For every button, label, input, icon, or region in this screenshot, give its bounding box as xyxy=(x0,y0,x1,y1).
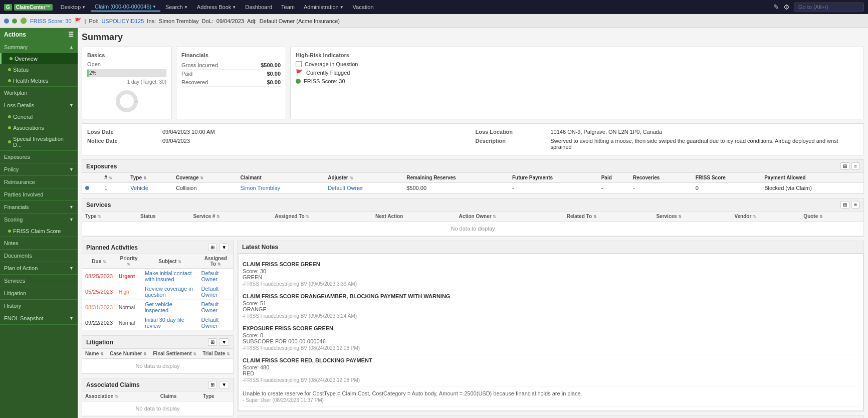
progress-bar-fill xyxy=(87,69,89,77)
loss-location-label: Loss Location xyxy=(476,129,546,135)
sidebar-parties-header[interactable]: Parties Involved xyxy=(0,188,78,200)
sidebar-actions-icon[interactable]: ☰ xyxy=(68,31,74,38)
sidebar-litigation-header[interactable]: Litigation xyxy=(0,287,78,299)
sidebar-scoring-header[interactable]: Scoring ▼ xyxy=(0,214,78,226)
pol-value[interactable]: USPOLICYID125 xyxy=(101,18,144,24)
planned-more-btn[interactable]: ▼ xyxy=(219,244,229,251)
services-grid-btn[interactable]: ⊞ xyxy=(840,201,849,208)
chevron-up-icon: ▲ xyxy=(69,45,74,50)
assoc-grid-btn[interactable]: ⊞ xyxy=(208,381,217,388)
exposures-header: Exposures ⊞ ≡ xyxy=(82,160,863,173)
row-friss: 0 xyxy=(693,183,761,193)
planned-grid-btn[interactable]: ⊞ xyxy=(208,244,217,251)
col-claims: Claims xyxy=(157,391,200,401)
nav-address-book[interactable]: Address Book ▼ xyxy=(193,3,240,11)
sidebar-exposures-header[interactable]: Exposures xyxy=(0,151,78,163)
nav-team[interactable]: Team xyxy=(277,3,299,11)
row-due: 05/25/2023 xyxy=(82,284,116,300)
settings-icon[interactable]: ⚙ xyxy=(783,3,790,11)
sidebar-fnol-header[interactable]: FNOL Snapshot ▼ xyxy=(0,312,78,324)
sidebar-policy-header[interactable]: Policy ▼ xyxy=(0,163,78,175)
sidebar-notes-header[interactable]: Notes xyxy=(0,237,78,249)
services-list-btn[interactable]: ≡ xyxy=(851,201,859,208)
col-remaining: Remaining Reserves xyxy=(403,173,509,183)
col-adjuster: Adjuster ⇅ xyxy=(325,173,403,183)
services-section: Services ⊞ ≡ Type ⇅ Status Service # ⇅ A… xyxy=(82,198,864,237)
nav-claim[interactable]: Claim (000-00-000046) ▼ xyxy=(91,3,160,12)
exposures-list-btn[interactable]: ≡ xyxy=(851,162,859,170)
note-score: Score: 0 xyxy=(243,332,859,338)
sidebar-item-status[interactable]: Status xyxy=(0,64,78,75)
basics-card: Basics Open 2% 1 day (Target: 30) xyxy=(82,47,172,119)
sidebar-section-loss-details: Loss Details ▼ General Associations Spec… xyxy=(0,99,78,151)
col-svc-status: Status xyxy=(137,212,190,222)
exposures-title: Exposures xyxy=(86,163,117,170)
litigation-grid-btn[interactable]: ⊞ xyxy=(208,338,217,346)
sidebar-section-financials: Financials ▼ xyxy=(0,201,78,214)
exposures-grid-btn[interactable]: ⊞ xyxy=(840,162,849,170)
donut-chart xyxy=(114,89,139,114)
friss-score-value[interactable]: FRISS Score: 30 xyxy=(30,18,72,24)
recovered-label: Recovered xyxy=(181,79,208,85)
adj-value: Default Owner (Acme Insurance) xyxy=(260,18,340,24)
risk-label-coverage: Coverage in Question xyxy=(305,61,358,67)
recovered-value: $0.00 xyxy=(267,79,281,85)
nav-desktop[interactable]: Desktop ▼ xyxy=(57,3,90,11)
note-color: ORANGE xyxy=(243,306,859,312)
sidebar-item-friss-claim-score[interactable]: FRISS Claim Score xyxy=(0,226,78,237)
risk-item-coverage: Coverage in Question xyxy=(296,61,858,67)
litigation-more-btn[interactable]: ▼ xyxy=(219,338,229,346)
sidebar-actions: Actions ☰ xyxy=(0,28,78,41)
adj-label: Adj: xyxy=(247,18,257,24)
col-status xyxy=(82,173,101,183)
sidebar-loss-details-header[interactable]: Loss Details ▼ xyxy=(0,99,78,111)
col-num: # ⇅ xyxy=(101,173,127,183)
sidebar-section-documents: Documents xyxy=(0,250,78,262)
note-item: CLAIM FRISS SCORE GREEN Score: 30 GREEN … xyxy=(243,258,859,290)
sidebar-item-special-inv[interactable]: Special Investigation D... xyxy=(0,133,78,150)
sidebar-history-header[interactable]: History xyxy=(0,300,78,312)
services-controls: ⊞ ≡ xyxy=(840,201,859,208)
row-assigned: Default Owner xyxy=(198,269,234,284)
paid-label: Paid xyxy=(181,71,192,77)
chevron-down-icon: ▼ xyxy=(69,217,74,222)
global-search-input[interactable] xyxy=(794,3,864,12)
sidebar-reinsurance-header[interactable]: Reinsurance xyxy=(0,176,78,188)
litigation-section: Litigation ⊞ ▼ Name ⇅ Case Number ⇅ Fina… xyxy=(82,335,234,374)
sidebar-item-general[interactable]: General xyxy=(0,111,78,122)
col-due: Due ⇅ xyxy=(82,254,116,269)
nav-search[interactable]: Search ▼ xyxy=(161,3,192,11)
col-svc-owner: Action Owner ⇅ xyxy=(456,212,564,222)
sidebar-plan-of-action-header[interactable]: Plan of Action ▼ xyxy=(0,262,78,274)
nav-vacation[interactable]: Vacation xyxy=(349,3,378,11)
col-lit-name: Name ⇅ xyxy=(82,349,107,359)
progress-label: 2% xyxy=(89,69,96,77)
chevron-down-icon: ▼ xyxy=(69,167,74,172)
status-dot-green xyxy=(12,19,17,24)
assoc-more-btn[interactable]: ▼ xyxy=(219,381,229,388)
sidebar-services-header[interactable]: Services xyxy=(0,275,78,287)
flag-icon: 🚩 xyxy=(296,69,303,76)
litigation-header: Litigation ⊞ ▼ xyxy=(82,336,233,349)
row-paid: - xyxy=(598,183,630,193)
litigation-controls: ⊞ ▼ xyxy=(208,338,229,346)
sidebar-item-health-metrics[interactable]: Health Metrics xyxy=(0,75,78,86)
nav-administration[interactable]: Administration ▼ xyxy=(300,3,348,11)
sidebar-summary-header[interactable]: Summary ▲ xyxy=(0,41,78,53)
sidebar-documents-header[interactable]: Documents xyxy=(0,250,78,262)
sidebar-item-overview[interactable]: Overview xyxy=(0,53,78,64)
row-num: 1 xyxy=(101,183,127,193)
sidebar-workplan-header[interactable]: Workplan xyxy=(0,87,78,99)
top-nav-bar: G ClaimCenter™ Desktop ▼ Claim (000-00-0… xyxy=(0,0,868,14)
sidebar-item-associations[interactable]: Associations xyxy=(0,122,78,133)
row-assigned: Default Owner xyxy=(198,284,234,300)
table-row: 08/31/2023 Normal Get vehicle inspected … xyxy=(82,300,233,315)
nav-dashboard[interactable]: Dashboard xyxy=(241,3,276,11)
no-data-cell: No data to display xyxy=(82,222,863,236)
dol-value: 09/04/2023 xyxy=(216,18,244,24)
edit-icon[interactable]: ✎ xyxy=(773,3,779,11)
sidebar-financials-header[interactable]: Financials ▼ xyxy=(0,201,78,213)
risk-label-friss: FRISS Score: 30 xyxy=(304,78,345,84)
dot-icon xyxy=(8,68,11,71)
risk-label-flagged: Currently Flagged xyxy=(306,70,350,76)
